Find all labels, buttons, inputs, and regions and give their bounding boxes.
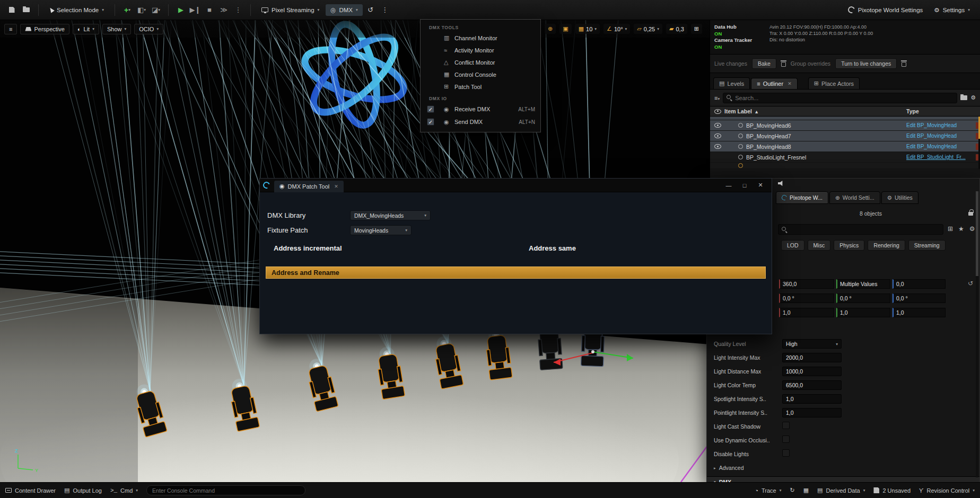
menu-item-conflict-monitor[interactable]: △ Conflict Monitor bbox=[421, 56, 540, 68]
trash-icon[interactable] bbox=[781, 60, 786, 67]
tab-place-actors[interactable]: ⊞ Place Actors bbox=[808, 77, 860, 89]
favorites-icon[interactable]: ★ bbox=[958, 225, 964, 233]
send-dmx-checkbox[interactable] bbox=[427, 118, 434, 126]
pixel-streaming-button[interactable]: Pixel Streaming ▾ bbox=[257, 5, 324, 15]
cinematics-button[interactable]: ◪▾ bbox=[150, 3, 162, 17]
content-browser-icon[interactable] bbox=[20, 3, 32, 17]
eye-icon[interactable] bbox=[714, 134, 721, 138]
grid-view-icon[interactable]: ⊞ bbox=[948, 225, 953, 233]
outliner-search-input[interactable] bbox=[735, 95, 953, 101]
frame-skip-button[interactable]: ▶❙ bbox=[189, 3, 202, 17]
lit-mode-button[interactable]: ◐ Lit ▾ bbox=[73, 24, 99, 34]
actor-type-link[interactable]: Edit BP_StudioLight_Fr... bbox=[906, 154, 966, 160]
toolbar-overflow-icon[interactable]: ⋮ bbox=[379, 3, 391, 17]
close-icon[interactable]: ✕ bbox=[334, 184, 338, 189]
dynamic-occlusion-checkbox[interactable] bbox=[782, 435, 790, 443]
eject-button[interactable]: ≫ bbox=[217, 3, 230, 17]
eye-icon[interactable] bbox=[714, 123, 721, 128]
type-column[interactable]: Type bbox=[906, 108, 919, 114]
close-button[interactable]: ✕ bbox=[752, 180, 768, 191]
ocio-button[interactable]: OCIO ▾ bbox=[134, 24, 163, 34]
settings-button[interactable]: ⚙ Settings ▾ bbox=[929, 4, 975, 16]
pointlight-intensity-field[interactable]: 1,0 bbox=[782, 408, 842, 417]
details-settings-icon[interactable]: ⚙ bbox=[969, 225, 975, 233]
receive-dmx-checkbox[interactable] bbox=[427, 105, 434, 113]
menu-item-control-console[interactable]: ▦ Control Console bbox=[421, 68, 540, 81]
perspective-button[interactable]: Perspective bbox=[20, 24, 69, 34]
light-cast-shadow-checkbox[interactable] bbox=[782, 422, 790, 429]
details-search-input[interactable] bbox=[788, 226, 940, 233]
scale-snap-button[interactable]: ▱ 0,25 ▾ bbox=[634, 24, 662, 34]
rotation-z-field[interactable]: 0,0 ° bbox=[892, 294, 946, 303]
table-row[interactable]: BP_MovingHead6 Edit BP_MovingHead bbox=[710, 120, 980, 131]
history-icon[interactable]: ↺ bbox=[364, 3, 377, 17]
light-intensity-max-field[interactable]: 2000,0 bbox=[782, 353, 842, 362]
reset-transform-icon[interactable]: ↺ bbox=[968, 280, 973, 287]
content-drawer-button[interactable]: Content Drawer bbox=[5, 487, 56, 494]
refresh-icon[interactable]: ↻ bbox=[790, 487, 794, 494]
minimize-button[interactable]: — bbox=[721, 180, 737, 191]
patch-window-titlebar[interactable]: ◉ DMX Patch Tool ✕ — □ ✕ bbox=[260, 179, 772, 192]
address-incremental-header[interactable]: Address incremental bbox=[274, 244, 342, 252]
category-lod[interactable]: LOD bbox=[781, 240, 804, 251]
trash-icon[interactable] bbox=[902, 60, 906, 67]
cmd-button[interactable]: >_ Cmd ▾ bbox=[110, 487, 138, 494]
actor-type-link[interactable]: Edit BP_MovingHead bbox=[906, 144, 957, 149]
new-folder-icon[interactable] bbox=[960, 95, 967, 100]
rotation-y-field[interactable]: 0,0 ° bbox=[836, 294, 890, 303]
disable-lights-checkbox[interactable] bbox=[782, 449, 790, 457]
table-row[interactable]: BP_MovingHead7 Edit BP_MovingHead bbox=[710, 131, 980, 141]
menu-item-channel-monitor[interactable]: ▥ Channel Monitor bbox=[421, 32, 540, 44]
add-actor-button[interactable]: +▾ bbox=[121, 3, 134, 17]
table-row[interactable]: BP_StudioLight_Fresnel Edit BP_StudioLig… bbox=[710, 152, 980, 163]
viewport-options-button[interactable]: ≡ bbox=[4, 24, 17, 34]
trace-button[interactable]: ◔ Trace ▾ bbox=[755, 487, 781, 494]
maximize-viewport-button[interactable]: ⊞ bbox=[691, 24, 702, 34]
spotlight-intensity-field[interactable]: 1,0 bbox=[782, 394, 842, 404]
location-y-field[interactable]: Multiple Values bbox=[836, 279, 890, 289]
show-flags-button[interactable]: Show ▾ bbox=[102, 24, 131, 34]
tab-levels[interactable]: ▤ Levels bbox=[713, 77, 750, 89]
location-x-field[interactable]: 360,0 bbox=[779, 279, 834, 289]
menu-item-patch-tool[interactable]: ⊞ Patch Tool bbox=[421, 81, 540, 93]
tab-world-settings[interactable]: ⊕ World Setti... bbox=[829, 191, 880, 204]
fixture-patch-dropdown[interactable]: MovingHeads ▾ bbox=[350, 225, 412, 235]
advanced-expander[interactable]: ▸ Advanced bbox=[714, 465, 743, 471]
tab-outliner[interactable]: ≡ Outliner ✕ bbox=[751, 78, 798, 89]
turn-to-live-changes-button[interactable]: Turn to live changes bbox=[835, 58, 897, 69]
surface-snap-button[interactable]: ▣ bbox=[559, 24, 571, 34]
grid-status-icon[interactable]: ▦ bbox=[803, 487, 809, 494]
dmx-button[interactable]: ◎ DMX ▾ bbox=[326, 4, 362, 16]
quality-level-dropdown[interactable]: High ▾ bbox=[782, 339, 842, 349]
address-and-rename-row[interactable]: Address and Rename bbox=[266, 266, 766, 279]
details-scrollbar[interactable] bbox=[976, 191, 978, 477]
patch-tool-tab[interactable]: ◉ DMX Patch Tool ✕ bbox=[274, 181, 344, 192]
blueprints-button[interactable]: ◧▾ bbox=[135, 3, 148, 17]
rotation-x-field[interactable]: 0,0 ° bbox=[779, 294, 834, 303]
outliner-search-box[interactable] bbox=[723, 93, 957, 103]
category-physics[interactable]: Physics bbox=[834, 240, 864, 251]
tab-utilities[interactable]: ⚙ Utilities bbox=[881, 191, 918, 204]
grid-snap-button[interactable]: ▦ 10 ▾ bbox=[575, 24, 600, 34]
scale-y-field[interactable]: 1,0 bbox=[836, 308, 890, 317]
light-distance-max-field[interactable]: 1000,0 bbox=[782, 367, 842, 376]
dmx-library-dropdown[interactable]: DMX_MovingHeads ▾ bbox=[350, 210, 431, 220]
close-icon[interactable]: ✕ bbox=[788, 81, 792, 86]
item-label-column[interactable]: Item Label bbox=[724, 108, 752, 114]
actor-type-link[interactable]: Edit BP_MovingHead bbox=[906, 133, 957, 139]
scale-z-field[interactable]: 1,0 bbox=[892, 308, 946, 317]
filter-icon[interactable]: ≡▾ bbox=[714, 95, 720, 101]
console-input-box[interactable] bbox=[146, 485, 305, 495]
visibility-column-icon[interactable] bbox=[714, 109, 721, 114]
light-color-temp-field[interactable]: 6500,0 bbox=[782, 380, 842, 390]
table-row-partial[interactable] bbox=[710, 163, 980, 169]
outliner-settings-icon[interactable]: ⚙ bbox=[970, 94, 976, 101]
world-local-toggle[interactable]: ⊕ bbox=[545, 24, 556, 34]
bake-button[interactable]: Bake bbox=[752, 58, 776, 69]
eye-icon[interactable] bbox=[714, 144, 721, 149]
selection-mode-button[interactable]: Selection Mode ▾ bbox=[45, 5, 109, 15]
maximize-button[interactable]: □ bbox=[737, 180, 752, 191]
actor-type-link[interactable]: Edit BP_MovingHead bbox=[906, 122, 957, 128]
category-rendering[interactable]: Rendering bbox=[868, 240, 905, 251]
scale-x-field[interactable]: 1,0 bbox=[779, 308, 834, 317]
